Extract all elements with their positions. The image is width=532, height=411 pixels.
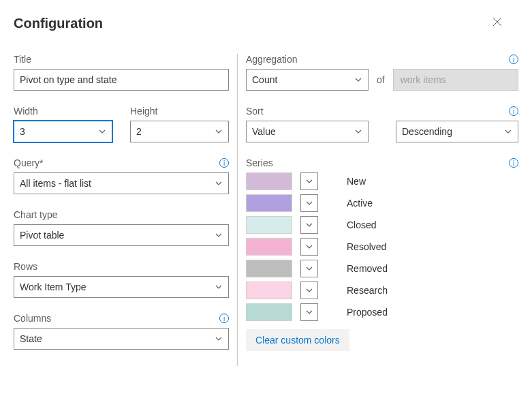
of-text: of — [377, 74, 385, 85]
query-select[interactable]: All items - flat list — [14, 172, 229, 194]
series-label: Series — [246, 157, 273, 168]
height-label: Height — [130, 106, 157, 117]
series-name: Removed — [347, 263, 388, 274]
rows-select[interactable]: Work Item Type — [14, 276, 229, 298]
columns-select[interactable]: State — [14, 328, 229, 350]
info-icon[interactable]: i — [219, 158, 229, 168]
chevron-down-icon — [305, 308, 313, 316]
chart-type-label: Chart type — [14, 209, 58, 220]
rows-label: Rows — [14, 261, 37, 272]
color-picker-button[interactable] — [300, 238, 318, 256]
chevron-down-icon — [215, 127, 223, 136]
chevron-down-icon — [215, 283, 223, 291]
series-list: NewActiveClosedResolvedRemovedResearchPr… — [246, 172, 518, 321]
chart-type-field: Chart type Pivot table — [14, 209, 229, 246]
query-field: Query* i All items - flat list — [14, 157, 229, 194]
chevron-down-icon — [215, 231, 223, 239]
series-item: Resolved — [246, 238, 518, 256]
height-field: Height 2 — [130, 106, 229, 142]
close-icon — [492, 16, 503, 27]
columns-label: Columns — [14, 313, 51, 324]
query-value: All items - flat list — [20, 178, 91, 189]
title-field: Title — [14, 54, 229, 91]
info-icon[interactable]: i — [509, 55, 518, 64]
aggregation-label: Aggregation — [246, 54, 298, 65]
chevron-down-icon — [305, 264, 313, 273]
color-picker-button[interactable] — [300, 281, 318, 299]
panel-title: Configuration — [14, 16, 103, 31]
query-label: Query* — [14, 157, 44, 168]
sort-label: Sort — [246, 106, 264, 117]
series-item: Research — [246, 281, 518, 299]
color-swatch — [246, 281, 292, 299]
color-picker-button[interactable] — [300, 216, 318, 234]
color-swatch — [246, 260, 292, 277]
color-picker-button[interactable] — [300, 194, 318, 212]
left-column: Title Width 3 Height 2 Quer — [14, 54, 237, 366]
series-item: New — [246, 172, 518, 190]
aggregation-value: Count — [252, 74, 277, 85]
height-value: 2 — [136, 126, 142, 137]
series-name: New — [347, 176, 366, 187]
sort-value-select[interactable]: Value — [246, 121, 369, 142]
chevron-down-icon — [354, 127, 362, 136]
height-select[interactable]: 2 — [130, 121, 229, 142]
rows-value: Work Item Type — [20, 281, 87, 292]
color-swatch — [246, 238, 292, 256]
chevron-down-icon — [305, 286, 313, 294]
width-field: Width 3 — [14, 106, 112, 142]
chevron-down-icon — [354, 76, 362, 84]
series-name: Research — [347, 285, 388, 296]
series-name: Resolved — [347, 241, 386, 252]
right-column: Aggregation i Count of work items Sort i — [237, 54, 518, 366]
columns-field: Columns i State — [14, 313, 229, 350]
chevron-down-icon — [98, 127, 106, 136]
info-icon[interactable]: i — [509, 106, 518, 116]
sort-field: Sort i Value Descending — [246, 106, 518, 142]
info-icon[interactable]: i — [509, 158, 518, 168]
rows-field: Rows Work Item Type — [14, 261, 229, 298]
close-button[interactable] — [486, 14, 508, 33]
series-item: Closed — [246, 216, 518, 234]
chevron-down-icon — [215, 335, 223, 343]
clear-custom-colors-button[interactable]: Clear custom colors — [246, 329, 349, 351]
info-icon[interactable]: i — [219, 314, 229, 323]
series-item: Proposed — [246, 303, 518, 321]
series-name: Closed — [347, 219, 377, 230]
color-picker-button[interactable] — [300, 260, 318, 277]
aggregation-target: work items — [393, 69, 518, 91]
sort-value: Value — [252, 126, 276, 137]
color-swatch — [246, 216, 292, 234]
color-swatch — [246, 194, 292, 212]
series-name: Proposed — [347, 307, 388, 318]
color-swatch — [246, 303, 292, 321]
aggregation-select[interactable]: Count — [246, 69, 369, 91]
series-item: Removed — [246, 260, 518, 277]
sort-direction-select[interactable]: Descending — [396, 121, 518, 142]
title-label: Title — [14, 54, 31, 65]
chevron-down-icon — [305, 221, 313, 229]
chart-type-value: Pivot table — [20, 230, 64, 241]
series-field: Series i NewActiveClosedResolvedRemovedR… — [246, 157, 518, 351]
series-name: Active — [347, 198, 373, 209]
series-item: Active — [246, 194, 518, 212]
chevron-down-icon — [504, 127, 512, 136]
width-label: Width — [14, 106, 38, 117]
title-input[interactable] — [14, 69, 229, 91]
sort-direction: Descending — [402, 126, 452, 137]
color-picker-button[interactable] — [300, 303, 318, 321]
chevron-down-icon — [305, 177, 313, 185]
chevron-down-icon — [305, 199, 313, 207]
color-swatch — [246, 172, 292, 190]
width-value: 3 — [20, 126, 25, 137]
chevron-down-icon — [215, 179, 223, 187]
width-select[interactable]: 3 — [14, 121, 112, 142]
columns-value: State — [20, 333, 42, 344]
aggregation-field: Aggregation i Count of work items — [246, 54, 518, 91]
panel-header: Configuration — [14, 14, 518, 33]
aggregation-target-text: work items — [401, 74, 446, 85]
chevron-down-icon — [305, 243, 313, 251]
chart-type-select[interactable]: Pivot table — [14, 224, 229, 246]
color-picker-button[interactable] — [300, 172, 318, 190]
